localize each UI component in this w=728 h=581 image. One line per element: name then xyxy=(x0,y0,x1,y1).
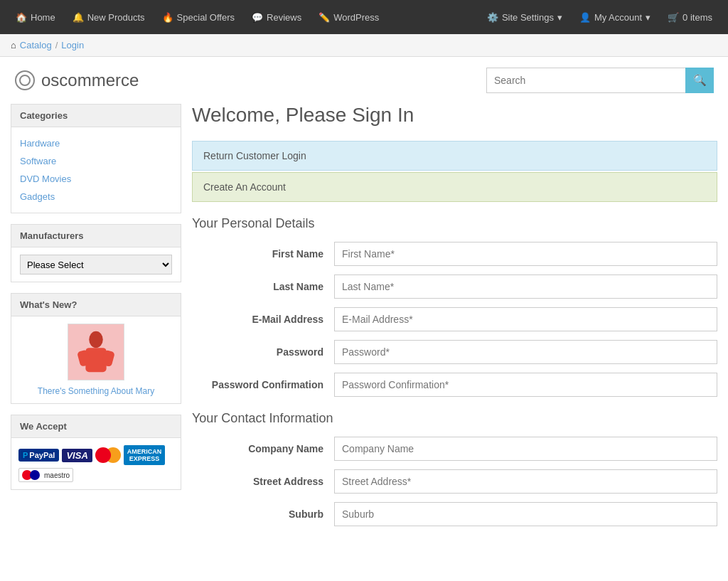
site-settings-dropdown-icon: ▾ xyxy=(557,12,562,23)
breadcrumb-login-link[interactable]: Login xyxy=(61,40,84,50)
street-label: Street Address xyxy=(192,476,334,487)
page-header: oscommerce 🔍 xyxy=(0,57,728,104)
breadcrumb: ⌂ Catalog / Login xyxy=(0,34,728,57)
whats-new-title: What's New? xyxy=(11,294,181,316)
tab-return-customer[interactable]: Return Customer Login xyxy=(192,141,717,171)
user-icon: 👤 xyxy=(579,12,591,23)
mc-circle-red xyxy=(95,447,111,463)
reviews-icon: 💬 xyxy=(252,12,263,23)
search-icon: 🔍 xyxy=(693,74,707,86)
nav-wordpress[interactable]: ✏️ WordPress xyxy=(310,0,387,34)
suburb-input[interactable] xyxy=(334,502,717,526)
we-accept-content: P PayPal VISA AMERICANEXPRESS maestro xyxy=(11,438,181,489)
password-confirm-label: Password Confirmation xyxy=(192,379,334,390)
gear-icon: ⚙️ xyxy=(487,12,498,23)
password-confirm-group: Password Confirmation xyxy=(192,373,717,397)
mastercard-badge xyxy=(95,447,121,463)
main-layout: Categories Hardware Software DVD Movies … xyxy=(0,104,728,549)
svg-point-3 xyxy=(89,331,103,348)
last-name-input[interactable] xyxy=(334,274,717,299)
we-accept-box: We Accept P PayPal VISA AMERICANEXPRESS xyxy=(11,415,181,490)
street-input[interactable] xyxy=(334,469,717,494)
first-name-input[interactable] xyxy=(334,242,717,266)
my-account-dropdown-icon: ▾ xyxy=(646,12,651,23)
nav-my-account-label: My Account xyxy=(594,12,642,23)
cart-icon: 🛒 xyxy=(668,12,679,23)
product-image-svg xyxy=(68,324,124,380)
svg-point-0 xyxy=(16,71,34,90)
product-thumbnail xyxy=(68,324,124,380)
paypal-badge: P PayPal xyxy=(18,449,59,462)
breadcrumb-separator-1: / xyxy=(55,40,58,50)
company-label: Company Name xyxy=(192,443,334,454)
first-name-group: First Name xyxy=(192,242,717,266)
email-input[interactable] xyxy=(334,307,717,331)
nav-cart-label: 0 items xyxy=(682,12,712,23)
search-button[interactable]: 🔍 xyxy=(685,68,714,93)
nav-new-products-label: New Products xyxy=(87,12,145,23)
svg-point-1 xyxy=(20,75,30,85)
password-confirm-input[interactable] xyxy=(334,373,717,397)
nav-my-account[interactable]: 👤 My Account ▾ xyxy=(571,12,659,23)
personal-details-title: Your Personal Details xyxy=(192,216,717,231)
categories-list: Hardware Software DVD Movies Gadgets xyxy=(11,127,181,213)
first-name-label: First Name xyxy=(192,248,334,260)
suburb-group: Suburb xyxy=(192,502,717,526)
company-input[interactable] xyxy=(334,437,717,461)
nav-site-settings[interactable]: ⚙️ Site Settings ▾ xyxy=(478,12,571,23)
wordpress-icon: ✏️ xyxy=(318,12,330,23)
manufacturers-title: Manufacturers xyxy=(11,225,181,247)
nav-home[interactable]: 🏠 Home xyxy=(7,0,64,34)
last-name-label: Last Name xyxy=(192,281,334,292)
manufacturers-content: Please Select xyxy=(11,247,181,282)
whats-new-product-link[interactable]: There's Something About Mary xyxy=(18,386,173,396)
tab-create-account[interactable]: Create An Account xyxy=(192,172,717,202)
manufacturers-dropdown[interactable]: Please Select xyxy=(20,255,172,274)
search-bar: 🔍 xyxy=(486,68,714,93)
category-dvd-movies[interactable]: DVD Movies xyxy=(20,170,172,188)
whats-new-box: What's New? There's Something About Mary xyxy=(11,293,181,404)
maestro-badge: maestro xyxy=(18,468,73,482)
nav-special-offers-label: Special Offers xyxy=(177,12,235,23)
password-label: Password xyxy=(192,346,334,358)
nav-home-label: Home xyxy=(31,12,55,23)
sidebar: Categories Hardware Software DVD Movies … xyxy=(11,104,181,535)
contact-info-title: Your Contact Information xyxy=(192,411,717,426)
category-gadgets[interactable]: Gadgets xyxy=(20,188,172,206)
visa-badge: VISA xyxy=(62,449,92,462)
nav-reviews[interactable]: 💬 Reviews xyxy=(243,0,310,34)
password-input[interactable] xyxy=(334,340,717,364)
email-group: E-Mail Address xyxy=(192,307,717,331)
logo-text: oscommerce xyxy=(41,70,139,90)
nav-reviews-label: Reviews xyxy=(267,12,301,23)
special-offers-icon: 🔥 xyxy=(162,12,173,23)
search-input[interactable] xyxy=(486,68,685,93)
new-products-icon: 🔔 xyxy=(73,12,84,23)
top-navigation: 🏠 Home 🔔 New Products 🔥 Special Offers 💬… xyxy=(0,0,728,34)
category-hardware[interactable]: Hardware xyxy=(20,134,172,152)
breadcrumb-home-icon: ⌂ xyxy=(11,40,16,50)
suburb-label: Suburb xyxy=(192,508,334,520)
email-label: E-Mail Address xyxy=(192,314,334,325)
nav-cart[interactable]: 🛒 0 items xyxy=(659,12,721,23)
maestro-label: maestro xyxy=(44,471,70,479)
amex-badge: AMERICANEXPRESS xyxy=(124,445,166,465)
category-software[interactable]: Software xyxy=(20,152,172,170)
page-title: Welcome, Please Sign In xyxy=(192,104,717,127)
nav-special-offers[interactable]: 🔥 Special Offers xyxy=(154,0,243,34)
payment-icons: P PayPal VISA AMERICANEXPRESS maestro xyxy=(18,445,173,482)
company-group: Company Name xyxy=(192,437,717,461)
breadcrumb-catalog-link[interactable]: Catalog xyxy=(20,40,52,50)
nav-new-products[interactable]: 🔔 New Products xyxy=(64,0,154,34)
tab-bar: Return Customer Login Create An Account xyxy=(192,141,717,202)
street-group: Street Address xyxy=(192,469,717,494)
we-accept-title: We Accept xyxy=(11,415,181,438)
categories-box: Categories Hardware Software DVD Movies … xyxy=(11,104,181,213)
logo-icon xyxy=(14,70,36,91)
categories-title: Categories xyxy=(11,105,181,127)
home-icon: 🏠 xyxy=(16,12,27,23)
last-name-group: Last Name xyxy=(192,274,717,299)
manufacturers-select-wrapper: Please Select xyxy=(20,255,172,274)
logo[interactable]: oscommerce xyxy=(14,70,139,91)
nav-site-settings-label: Site Settings xyxy=(502,12,554,23)
